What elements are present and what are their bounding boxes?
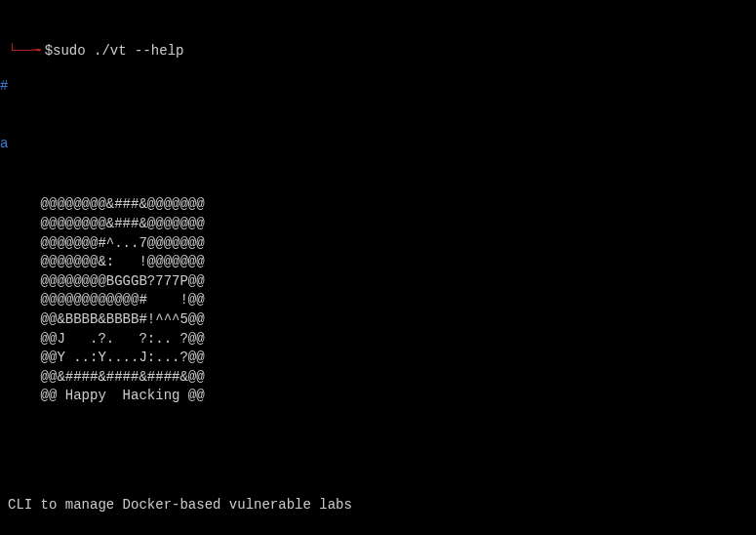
ascii-line-2: @@@@@@@#^...7@@@@@@@	[8, 235, 205, 251]
terminal-output: └──╼ $ sudo ./vt --help # a @@@@@@@@&###…	[0, 0, 756, 535]
ascii-line-5: @@@@@@@@@@@@# !@@	[8, 292, 205, 308]
prompt-line[interactable]: └──╼ $ sudo ./vt --help	[8, 42, 748, 62]
ascii-line-1: @@@@@@@@&###&@@@@@@@	[8, 216, 205, 231]
ascii-line-4: @@@@@@@@BGGGB?777P@@	[8, 273, 205, 289]
prompt-dollar: $	[45, 42, 53, 62]
ascii-line-0: @@@@@@@@&###&@@@@@@@	[8, 196, 205, 212]
command-text: sudo ./vt --help	[53, 42, 183, 62]
margin-char-2: a	[0, 135, 33, 154]
cli-description: CLI to manage Docker-based vulnerable la…	[8, 496, 748, 515]
left-margin-chars: # a	[0, 39, 33, 192]
ascii-line-6: @@&BBBB&BBBB#!^^^5@@	[8, 311, 205, 327]
margin-char-1: #	[0, 77, 33, 97]
ascii-line-8: @@Y ..:Y....J:...?@@	[8, 350, 205, 365]
ascii-line-10: @@ Happy Hacking @@	[8, 388, 205, 403]
ascii-art-banner: @@@@@@@@&###&@@@@@@@ @@@@@@@@&###&@@@@@@…	[8, 177, 748, 426]
ascii-line-9: @@&####&####&####&@@	[8, 369, 205, 385]
ascii-line-3: @@@@@@@&: !@@@@@@@	[8, 254, 205, 269]
ascii-line-7: @@J .?. ?:.. ?@@	[8, 331, 205, 347]
